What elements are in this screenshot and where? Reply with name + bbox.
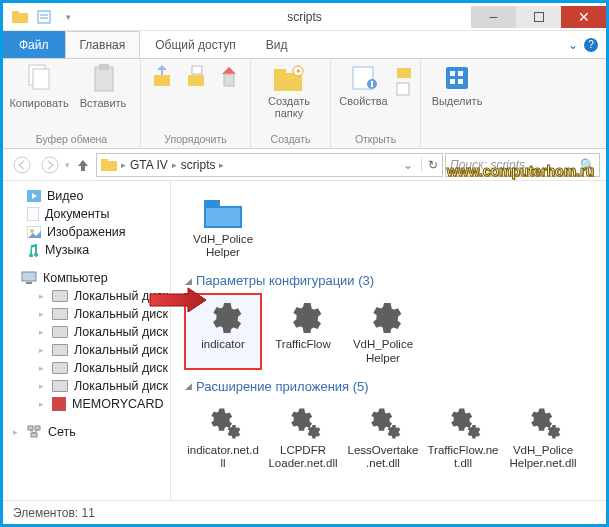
network-icon (26, 425, 42, 439)
help-icon[interactable]: ? (584, 38, 598, 52)
move-button[interactable] (149, 63, 175, 91)
nav-forward-button[interactable] (37, 153, 63, 177)
music-icon (27, 243, 39, 257)
ribbon-group-new: ✦ Создать папку Создать (251, 59, 331, 148)
qat-folder-icon[interactable] (9, 7, 31, 27)
status-item-count: Элементов: 11 (13, 506, 95, 520)
chevron-right-icon: ▸ (39, 345, 44, 355)
tab-view[interactable]: Вид (251, 31, 303, 58)
dropdown-icon[interactable]: ⌄ (403, 158, 413, 172)
sdcard-icon (52, 397, 66, 411)
search-input[interactable]: Поиск: scripts 🔍 (445, 153, 600, 177)
ribbon-body: Копировать Вставить Буфер обмена Упорядо… (3, 59, 606, 149)
chevron-right-icon[interactable]: ▸ (172, 160, 177, 170)
copy-button[interactable]: Копировать (11, 63, 67, 109)
sidebar-item-drive[interactable]: ▸Локальный диск (3, 323, 170, 341)
search-placeholder: Поиск: scripts (450, 158, 525, 172)
file-item[interactable]: TrafficFlow (265, 294, 341, 368)
sidebar-item-network[interactable]: ▸Сеть (3, 423, 170, 441)
refresh-icon[interactable]: ↻ (421, 158, 438, 172)
svg-rect-39 (52, 397, 66, 411)
drive-icon (52, 326, 68, 338)
nav-history-dropdown[interactable]: ▾ (65, 160, 70, 170)
chevron-right-icon: ▸ (39, 309, 44, 319)
chevron-right-icon[interactable]: ▸ (121, 160, 126, 170)
file-item[interactable]: VdH_Police Helper.net.dll (505, 400, 581, 474)
ribbon-group-organize: Упорядочить (141, 59, 251, 148)
computer-icon (21, 271, 37, 285)
file-item[interactable]: VdH_Police Helper (185, 189, 261, 263)
drive-icon (52, 290, 68, 302)
chevron-right-icon: ▸ (13, 427, 18, 437)
select-button[interactable]: Выделить (429, 63, 485, 107)
ribbon-group-label (429, 143, 493, 148)
file-item[interactable]: LCPDFR Loader.net.dll (265, 400, 341, 474)
file-item[interactable]: indicator.net.dll (185, 400, 261, 474)
svg-rect-26 (450, 79, 455, 84)
delete-button[interactable] (216, 63, 242, 91)
open-icon[interactable] (396, 65, 412, 79)
sidebar-item-documents[interactable]: Документы (3, 205, 170, 223)
paste-button[interactable]: Вставить (75, 63, 131, 109)
sidebar-item-drive[interactable]: ▸Локальный диск (3, 377, 170, 395)
sidebar-item-video[interactable]: Видео (3, 187, 170, 205)
maximize-button[interactable] (516, 6, 561, 28)
sidebar-item-drive[interactable]: ▸Локальный диск (3, 359, 170, 377)
file-item[interactable]: LessOvertake.net.dll (345, 400, 421, 474)
sidebar-item-music[interactable]: Музыка (3, 241, 170, 259)
svg-rect-37 (22, 272, 36, 281)
chevron-right-icon: ▸ (39, 327, 44, 337)
file-tab[interactable]: Файл (3, 31, 65, 58)
copy-icon (25, 63, 53, 95)
properties-button[interactable]: Свойства (339, 63, 388, 107)
svg-rect-7 (33, 69, 49, 89)
svg-point-28 (14, 157, 30, 173)
svg-rect-46 (204, 200, 220, 208)
svg-rect-42 (31, 433, 37, 437)
sidebar-item-drive[interactable]: ▸Локальный диск (3, 287, 170, 305)
address-bar[interactable]: ▸ GTA IV ▸ scripts ▸ ⌄ ↻ (96, 153, 443, 177)
close-button[interactable]: ✕ (561, 6, 606, 28)
sidebar-item-computer[interactable]: Компьютер (3, 269, 170, 287)
sidebar-item-images[interactable]: Изображения (3, 223, 170, 241)
new-folder-button[interactable]: ✦ Создать папку (259, 63, 319, 119)
svg-rect-10 (154, 75, 170, 86)
sidebar-item-drive[interactable]: ▸Локальный диск (3, 341, 170, 359)
svg-rect-27 (458, 79, 463, 84)
svg-rect-38 (26, 282, 32, 284)
sidebar-item-memorycard[interactable]: ▸MEMORYCARD (3, 395, 170, 413)
ribbon-group-label: Открыть (339, 131, 412, 148)
tab-home[interactable]: Главная (65, 31, 141, 58)
qat-properties-icon[interactable] (33, 7, 55, 27)
file-item[interactable]: VdH_Police Helper (345, 294, 421, 368)
delete-icon (218, 63, 240, 91)
properties-icon (349, 63, 379, 93)
breadcrumb-item[interactable]: scripts (181, 158, 216, 172)
paste-icon (89, 63, 117, 95)
ribbon-expand-icon[interactable]: ⌄ (568, 38, 578, 52)
nav-back-button[interactable] (9, 153, 35, 177)
search-icon: 🔍 (580, 158, 595, 172)
gear-icon (283, 298, 323, 338)
move-icon (151, 63, 173, 91)
group-header[interactable]: ◢Параметры конфигурации (3) (185, 273, 596, 288)
chevron-right-icon[interactable]: ▸ (219, 160, 224, 170)
edit-icon[interactable] (396, 82, 412, 96)
tab-share[interactable]: Общий доступ (140, 31, 251, 58)
gears-icon (281, 404, 325, 444)
ribbon-group-open: Свойства Открыть (331, 59, 421, 148)
gears-icon (361, 404, 405, 444)
file-item[interactable]: TrafficFlow.net.dll (425, 400, 501, 474)
svg-rect-25 (458, 71, 463, 76)
drive-icon (52, 362, 68, 374)
breadcrumb-item[interactable]: GTA IV (130, 158, 168, 172)
sidebar-item-drive[interactable]: ▸Локальный диск (3, 305, 170, 323)
chevron-down-icon: ◢ (185, 381, 192, 391)
minimize-button[interactable]: ─ (471, 6, 516, 28)
nav-up-button[interactable] (72, 154, 94, 176)
group-header[interactable]: ◢Расширение приложения (5) (185, 379, 596, 394)
gears-icon (441, 404, 485, 444)
qat-dropdown-icon[interactable]: ▾ (57, 7, 79, 27)
copy-to-button[interactable] (183, 63, 209, 91)
file-item-indicator[interactable]: indicator (185, 294, 261, 368)
